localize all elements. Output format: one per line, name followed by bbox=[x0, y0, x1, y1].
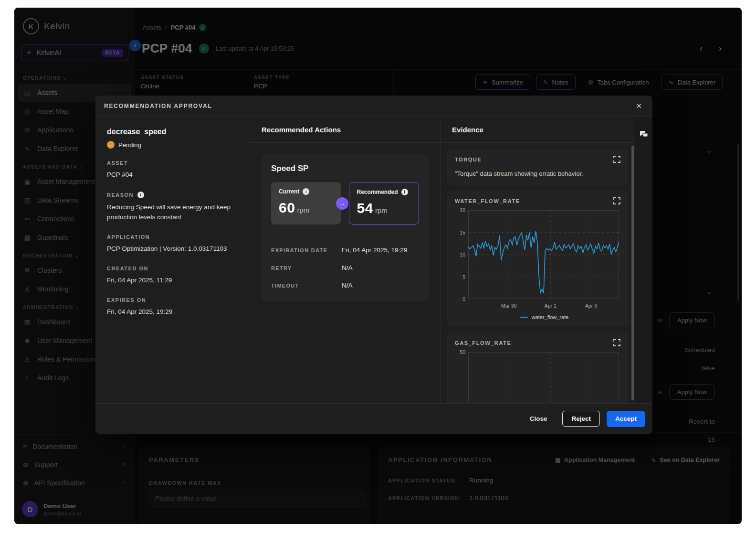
evidence-card-text: "Torque" data stream showing erratic beh… bbox=[455, 170, 620, 178]
evidence-title: Evidence bbox=[441, 117, 635, 143]
legend-line-swatch bbox=[520, 317, 528, 318]
action-detail-rows: EXPIRATION DATEFri, 04 Apr 2025, 19:29RE… bbox=[262, 236, 429, 301]
field-label: REASONi bbox=[107, 192, 238, 198]
field-label-text: CREATED ON bbox=[107, 266, 148, 271]
expand-icon[interactable] bbox=[613, 339, 620, 346]
recommended-value: 54 bbox=[357, 200, 373, 216]
evidence-cards: TORQUE"Torque" data stream showing errat… bbox=[441, 142, 635, 403]
evidence-scrollbar[interactable] bbox=[631, 146, 634, 400]
speed-sp-card: Speed SP Currenti 60rpm → Recommendedi 5… bbox=[262, 154, 429, 301]
evidence-card-title: GAS_FLOW_RATE bbox=[455, 340, 511, 346]
field-label: ASSET bbox=[107, 160, 238, 166]
recommended-label: Recommended bbox=[357, 189, 398, 195]
expand-icon[interactable] bbox=[613, 197, 620, 204]
x-tick-label: Apr 1 bbox=[545, 303, 556, 309]
arrow-right-icon: → bbox=[336, 197, 348, 210]
expand-button[interactable] bbox=[613, 339, 620, 346]
field-label-text: ASSET bbox=[107, 160, 128, 166]
modal-footer: Close Reject Accept bbox=[95, 403, 652, 434]
reject-button[interactable]: Reject bbox=[562, 411, 600, 427]
comments-icon[interactable] bbox=[639, 129, 649, 139]
gas_flow_rate-chart: 4550 bbox=[455, 352, 620, 403]
current-label: Current bbox=[279, 188, 299, 195]
app-window: K Kelvin ✦ KelvinAI BETA OPERATIONS ⌄▤As… bbox=[14, 8, 742, 524]
pending-status-icon: … bbox=[107, 141, 115, 149]
info-icon[interactable]: i bbox=[303, 188, 309, 195]
current-value-box: Currenti 60rpm bbox=[271, 182, 341, 225]
action-detail-row: RETRYN/A bbox=[271, 259, 419, 277]
modal-header: RECOMMENDATION APPROVAL ✕ bbox=[95, 96, 652, 117]
field-label-text: REASON bbox=[107, 192, 134, 198]
field-value: PCP #04 bbox=[107, 170, 238, 180]
y-tick-label: 50 bbox=[455, 349, 465, 355]
close-icon[interactable]: ✕ bbox=[634, 100, 644, 112]
action-detail-row: EXPIRATION DATEFri, 04 Apr 2025, 19:29 bbox=[271, 241, 419, 259]
expand-icon[interactable] bbox=[613, 156, 620, 163]
evidence-card-title: TORQUE bbox=[455, 157, 482, 162]
modal-side-rail bbox=[635, 117, 652, 403]
info-icon[interactable]: i bbox=[401, 189, 408, 195]
action-detail-row: TIMEOUTN/A bbox=[271, 277, 419, 294]
x-tick-label: Apr 3 bbox=[585, 303, 597, 309]
evidence-card-title: WATER_FLOW_RATE bbox=[455, 198, 520, 204]
setpoint-name: Speed SP bbox=[271, 164, 419, 173]
expand-button[interactable] bbox=[613, 197, 620, 204]
status-badge: Pending bbox=[118, 141, 141, 149]
current-unit: rpm bbox=[297, 206, 309, 214]
recommended-actions-column: Recommended Actions Speed SP Currenti 60… bbox=[250, 117, 441, 403]
current-value: 60 bbox=[279, 200, 295, 216]
action-row-label: EXPIRATION DATE bbox=[271, 247, 342, 253]
legend-label: water_flow_rate bbox=[532, 314, 569, 320]
accept-button[interactable]: Accept bbox=[607, 411, 645, 427]
field-label: APPLICATION bbox=[107, 234, 238, 240]
field-label-text: EXPIRES ON bbox=[107, 297, 146, 303]
field-label-text: APPLICATION bbox=[107, 234, 150, 240]
evidence-column: Evidence TORQUE"Torque" data stream show… bbox=[441, 117, 635, 403]
x-tick-label: Mar 30 bbox=[501, 303, 517, 309]
action-row-label: RETRY bbox=[271, 265, 342, 271]
y-tick-label: 0 bbox=[455, 296, 465, 302]
line-chart-plot bbox=[468, 210, 619, 299]
y-tick-label: 20 bbox=[455, 207, 465, 213]
status-row: … Pending bbox=[107, 141, 238, 149]
info-icon[interactable]: i bbox=[137, 192, 144, 198]
expand-button[interactable] bbox=[613, 156, 620, 163]
evidence-card-water_flow_rate: WATER_FLOW_RATE05101520Mar 30Apr 1Apr 3w… bbox=[447, 191, 628, 327]
chart-legend: water_flow_rate bbox=[468, 314, 620, 320]
field-value: Fri, 04 Apr 2025, 11:29 bbox=[107, 276, 238, 286]
recommended-value-box: Recommendedi 54rpm bbox=[349, 182, 420, 225]
water_flow_rate-chart: 05101520Mar 30Apr 1Apr 3water_flow_rate bbox=[455, 210, 620, 320]
y-tick-label: 15 bbox=[455, 230, 465, 235]
evidence-card-torque: TORQUE"Torque" data stream showing errat… bbox=[447, 149, 628, 185]
recommendation-approval-modal: RECOMMENDATION APPROVAL ✕ decrease_speed… bbox=[95, 96, 652, 434]
evidence-card-gas_flow_rate: GAS_FLOW_RATE4550 bbox=[447, 332, 628, 403]
recommendation-name: decrease_speed bbox=[107, 128, 238, 136]
recommendation-fields: ASSETPCP #04REASONiReducing Speed will s… bbox=[107, 160, 238, 317]
field-label: CREATED ON bbox=[107, 266, 238, 271]
field-label: EXPIRES ON bbox=[107, 297, 238, 303]
action-row-value: N/A bbox=[342, 264, 353, 271]
action-row-label: TIMEOUT bbox=[271, 283, 342, 289]
field-value: Fri, 04 Apr 2025, 19:29 bbox=[107, 307, 238, 317]
modal-body: decrease_speed … Pending ASSETPCP #04REA… bbox=[95, 117, 652, 403]
water_flow_rate-line bbox=[468, 231, 619, 293]
page: K Kelvin ✦ KelvinAI BETA OPERATIONS ⌄▤As… bbox=[0, 0, 756, 535]
setpoint-values: Currenti 60rpm → Recommendedi 54rpm bbox=[271, 182, 419, 225]
action-row-value: Fri, 04 Apr 2025, 19:29 bbox=[342, 246, 407, 254]
y-tick-label: 5 bbox=[455, 274, 465, 280]
field-value: Reducing Speed will save energy and keep… bbox=[107, 203, 238, 223]
x-axis-labels: Mar 30Apr 1Apr 3 bbox=[468, 301, 620, 310]
recommended-unit: rpm bbox=[375, 206, 388, 214]
action-row-value: N/A bbox=[342, 282, 353, 289]
close-button[interactable]: Close bbox=[527, 415, 550, 423]
field-value: PCP Optimization | Version: 1.0.03171103 bbox=[107, 244, 238, 254]
y-tick-label: 10 bbox=[455, 252, 465, 257]
modal-title: RECOMMENDATION APPROVAL bbox=[104, 103, 212, 109]
recommended-actions-title: Recommended Actions bbox=[250, 117, 440, 143]
recommendation-details-column: decrease_speed … Pending ASSETPCP #04REA… bbox=[95, 117, 250, 403]
line-chart-plot bbox=[468, 352, 619, 403]
